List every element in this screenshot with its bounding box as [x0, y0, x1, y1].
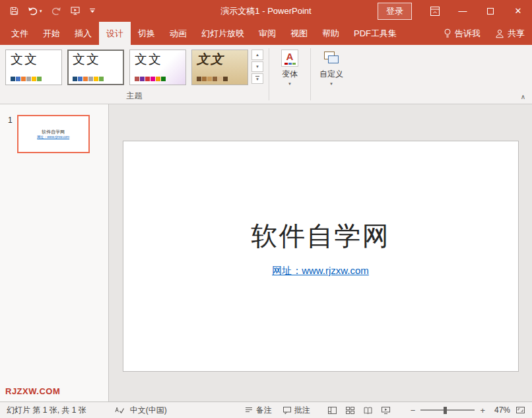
palette-swatch [88, 77, 93, 81]
undo-button[interactable]: ▾ [28, 7, 42, 16]
save-button[interactable] [9, 6, 19, 16]
palette-swatch [16, 77, 20, 81]
notes-label: 备注 [256, 405, 272, 416]
tab-share[interactable]: 共享 [488, 22, 532, 45]
tab-review[interactable]: 审阅 [251, 22, 283, 45]
palette-swatch [11, 77, 15, 81]
theme-preview-text: 文文 [135, 53, 181, 66]
undo-icon [28, 7, 38, 16]
main-content: 1 软件自学网 网址：www.rjzxw.com RJZXW.COM 软件自学网… [0, 104, 532, 401]
themes-scroll-up-button[interactable]: ▲ [251, 50, 263, 60]
more-icon: ▼ [255, 76, 259, 81]
zoom-slider[interactable] [420, 406, 475, 414]
palette-swatch [207, 77, 212, 81]
titlebar-right-controls: 登录 — ✕ [378, 0, 532, 22]
tab-tell-me[interactable]: 告诉我 [436, 22, 488, 45]
ribbon-tab-bar: 文件 开始 插入 设计 切换 动画 幻灯片放映 审阅 视图 帮助 PDF工具集 … [0, 22, 532, 45]
slideshow-view-button[interactable] [381, 406, 391, 415]
palette-swatch [37, 77, 42, 81]
variants-label: 变体 [282, 69, 298, 80]
fit-slide-to-window-button[interactable] [515, 406, 525, 414]
tab-animations[interactable]: 动画 [162, 22, 194, 45]
tab-insert[interactable]: 插入 [67, 22, 99, 45]
slide-editor-area: 软件自学网 网址：www.rjzxw.com [109, 104, 532, 401]
slide-title-textbox[interactable]: 软件自学网 [251, 218, 390, 254]
minimize-icon: — [459, 7, 467, 15]
slide-sorter-view-button[interactable] [345, 406, 355, 415]
tab-tell-me-label: 告诉我 [455, 28, 481, 40]
slide-size-icon [323, 50, 340, 67]
theme-preview-text: 文文 [11, 53, 57, 66]
slide-number: 1 [8, 115, 13, 153]
theme-thumbnail[interactable]: 文文 [191, 50, 248, 85]
undo-dropdown-icon[interactable]: ▾ [40, 9, 42, 13]
palette-swatch [83, 77, 88, 81]
customize-label: 自定义 [319, 69, 343, 80]
status-slide-info: 幻灯片 第 1 张, 共 1 张 [7, 405, 86, 416]
tab-file[interactable]: 文件 [4, 22, 36, 45]
variants-dropdown-icon: ▼ [288, 82, 292, 86]
normal-view-button[interactable] [327, 406, 337, 415]
variants-button[interactable]: A 变体 ▼ [273, 45, 306, 104]
palette-swatch [197, 77, 201, 81]
tab-transitions[interactable]: 切换 [131, 22, 162, 45]
tab-help[interactable]: 帮助 [315, 22, 347, 45]
close-icon: ✕ [515, 7, 522, 15]
tab-slideshow[interactable]: 幻灯片放映 [194, 22, 251, 45]
quick-access-toolbar: ▾ [0, 6, 96, 16]
notes-icon [244, 406, 253, 414]
qat-dropdown-icon [89, 8, 96, 14]
reading-view-button[interactable] [363, 406, 373, 415]
redo-button[interactable] [51, 7, 61, 16]
palette-swatch [21, 77, 26, 81]
themes-more-button[interactable]: ▼ [251, 73, 263, 84]
notes-button[interactable]: 备注 [244, 405, 272, 416]
theme-thumbnail[interactable]: 文文 [129, 50, 186, 85]
normal-view-icon [327, 406, 337, 415]
theme-palette [197, 77, 243, 81]
collapse-ribbon-button[interactable]: ∧ [521, 93, 525, 100]
close-button[interactable]: ✕ [504, 0, 532, 22]
slide-hyperlink[interactable]: 网址：www.rjzxw.com [272, 265, 369, 277]
minimize-button[interactable]: — [449, 0, 477, 22]
ribbon-separator [310, 48, 311, 100]
fit-window-icon [515, 406, 525, 414]
theme-palette [135, 77, 181, 81]
zoom-slider-thumb[interactable] [444, 407, 447, 414]
themes-scroll-down-button[interactable]: ▼ [251, 61, 263, 72]
slide-thumbnails-panel: 1 软件自学网 网址：www.rjzxw.com RJZXW.COM [0, 104, 109, 401]
zoom-in-button[interactable]: + [480, 406, 485, 415]
ribbon-display-options-icon [430, 6, 440, 17]
tab-home[interactable]: 开始 [36, 22, 67, 45]
theme-thumbnail[interactable]: 文文 [5, 50, 62, 85]
palette-swatch [73, 77, 77, 81]
theme-palette [11, 77, 57, 81]
theme-thumbnail-selected[interactable]: 文文 [67, 50, 124, 85]
redo-icon [51, 7, 61, 16]
title-bar: ▾ [0, 0, 532, 22]
tab-view[interactable]: 视图 [283, 22, 315, 45]
slide-thumbnail[interactable]: 软件自学网 网址：www.rjzxw.com [17, 115, 90, 153]
ribbon-display-options-button[interactable] [421, 0, 449, 22]
zoom-out-button[interactable]: − [411, 406, 416, 415]
comments-button[interactable]: 批注 [283, 405, 310, 416]
save-icon [9, 6, 19, 16]
tab-design[interactable]: 设计 [99, 22, 131, 45]
customize-dropdown-icon: ▼ [329, 82, 333, 86]
thumbnail-title-text: 软件自学网 [42, 129, 65, 134]
theme-palette [73, 77, 119, 81]
slide-canvas[interactable]: 软件自学网 网址：www.rjzxw.com [123, 141, 519, 372]
customize-qat-button[interactable] [89, 8, 96, 14]
lightbulb-icon [444, 28, 451, 38]
status-language[interactable]: 中文(中国) [130, 405, 167, 416]
tab-pdf-tools[interactable]: PDF工具集 [347, 22, 404, 45]
start-slideshow-icon [70, 6, 81, 16]
maximize-button[interactable] [477, 0, 504, 22]
customize-button[interactable]: 自定义 ▼ [315, 45, 348, 104]
watermark-text: RJZXW.COM [5, 386, 60, 396]
slide-sorter-icon [345, 406, 355, 415]
zoom-level[interactable]: 47% [490, 405, 510, 415]
signin-button[interactable]: 登录 [378, 3, 412, 20]
spell-check-button[interactable] [114, 405, 125, 415]
start-slideshow-button[interactable] [70, 6, 81, 16]
